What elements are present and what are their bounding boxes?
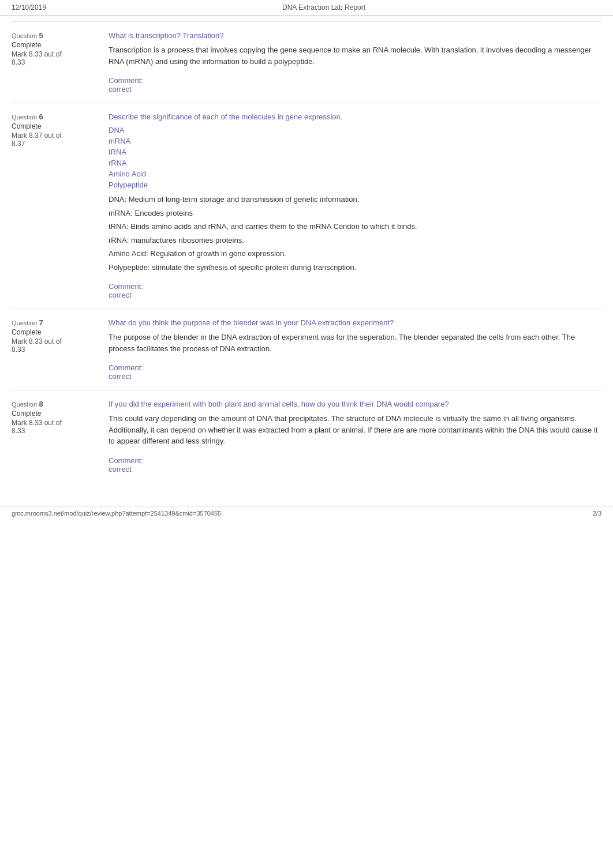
comment-value-8: correct	[109, 465, 601, 474]
answer-detail: Polypeptide: stimulate the synthesis of …	[109, 262, 601, 273]
question-text-6: Describe the significance of each of the…	[109, 112, 601, 121]
answer-detail: tRNA: Binds amino acids and rRNA, and ca…	[109, 221, 601, 232]
header-date: 12/10/2019	[12, 3, 46, 12]
question-body-7: What do you think the purpose of the ble…	[104, 318, 601, 381]
question-number-label-6: Question	[12, 114, 37, 121]
question-body-5: What is transcription? Translation? Tran…	[104, 31, 601, 93]
answer-text-5: Transcription is a process that involves…	[109, 44, 601, 67]
question-status-5: Complete	[12, 41, 95, 49]
question-number-wrapper-7: Question 7	[12, 318, 95, 327]
answer-details-6: DNA: Medium of long-term storage and tra…	[109, 194, 601, 273]
question-sidebar-8: Question 8 Complete Mark 8.33 out of 8.3…	[12, 400, 104, 474]
question-status-8: Complete	[12, 409, 95, 418]
question-body-8: If you did the experiment with both plan…	[104, 400, 601, 474]
question-mark-6: Mark 8.37 out of 8.37	[12, 131, 95, 148]
comment-value-7: correct	[109, 372, 601, 381]
question-mark-5: Mark 8.33 out of 8.33	[12, 50, 95, 66]
question-block-5: Question 5 Complete Mark 8.33 out of 8.3…	[12, 21, 601, 103]
answer-detail: rRNA: manufactures ribosomes proteins.	[109, 235, 601, 246]
question-number-label-7: Question	[12, 320, 37, 326]
question-block-6: Question 6 Complete Mark 8.37 out of 8.3…	[12, 103, 601, 309]
question-number-label-5: Question	[12, 32, 37, 39]
comment-label-7: Comment:	[109, 363, 601, 372]
answer-text-8: This could vary depending on the amount …	[109, 413, 601, 447]
answer-detail: mRNA: Encodes proteins	[109, 208, 601, 219]
question-body-6: Describe the significance of each of the…	[104, 112, 601, 299]
question-mark-8: Mark 8.33 out of 8.33	[12, 419, 95, 435]
question-number-8: 8	[39, 400, 43, 408]
question-number-label-8: Question	[12, 401, 37, 408]
question-status-7: Complete	[12, 328, 95, 336]
comment-section-7: Comment: correct	[109, 363, 601, 381]
question-block-8: Question 8 Complete Mark 8.33 out of 8.3…	[12, 390, 601, 483]
question-sidebar-6: Question 6 Complete Mark 8.37 out of 8.3…	[12, 112, 104, 299]
list-item: mRNA	[109, 137, 601, 145]
question-number-wrapper-5: Question 5	[12, 31, 95, 40]
page-header: 12/10/2019 DNA Extraction Lab Report	[0, 0, 613, 16]
comment-label-5: Comment:	[109, 76, 601, 85]
question-sidebar-7: Question 7 Complete Mark 8.33 out of 8.3…	[12, 318, 104, 381]
answer-list-6: DNAmRNAtRNArRNAAmino AcidPolypeptide	[109, 126, 601, 189]
question-text-7: What do you think the purpose of the ble…	[109, 318, 601, 327]
question-number-5: 5	[39, 31, 43, 40]
comment-section-6: Comment: correct	[109, 282, 601, 299]
list-item: DNA	[109, 126, 601, 134]
header-title: DNA Extraction Lab Report	[46, 3, 601, 12]
list-item: Polypeptide	[109, 181, 601, 189]
answer-detail: Amino Acid: Regulation of growth in gene…	[109, 248, 601, 260]
list-item: tRNA	[109, 148, 601, 156]
page-footer: gmc.mrooms3.net/mod/quiz/review.php?atte…	[0, 506, 613, 520]
question-text-5: What is transcription? Translation?	[109, 31, 601, 40]
footer-url: gmc.mrooms3.net/mod/quiz/review.php?atte…	[12, 510, 221, 517]
footer-page: 2/3	[593, 510, 601, 517]
question-number-wrapper-6: Question 6	[12, 112, 95, 121]
question-number-wrapper-8: Question 8	[12, 400, 95, 408]
answer-detail: DNA: Medium of long-term storage and tra…	[109, 194, 601, 205]
question-text-8: If you did the experiment with both plan…	[109, 400, 601, 408]
comment-value-6: correct	[109, 291, 601, 299]
main-content: Question 5 Complete Mark 8.33 out of 8.3…	[0, 16, 613, 494]
comment-value-5: correct	[109, 85, 601, 93]
question-mark-7: Mark 8.33 out of 8.33	[12, 337, 95, 354]
question-block-7: Question 7 Complete Mark 8.33 out of 8.3…	[12, 309, 601, 390]
comment-label-8: Comment:	[109, 456, 601, 465]
answer-text-7: The purpose of the blender in the DNA ex…	[109, 332, 601, 354]
question-number-7: 7	[39, 318, 43, 327]
comment-label-6: Comment:	[109, 282, 601, 291]
list-item: rRNA	[109, 159, 601, 167]
question-number-6: 6	[39, 112, 43, 121]
question-sidebar-5: Question 5 Complete Mark 8.33 out of 8.3…	[12, 31, 104, 93]
question-status-6: Complete	[12, 122, 95, 130]
comment-section-8: Comment: correct	[109, 456, 601, 474]
comment-section-5: Comment: correct	[109, 76, 601, 93]
list-item: Amino Acid	[109, 170, 601, 178]
